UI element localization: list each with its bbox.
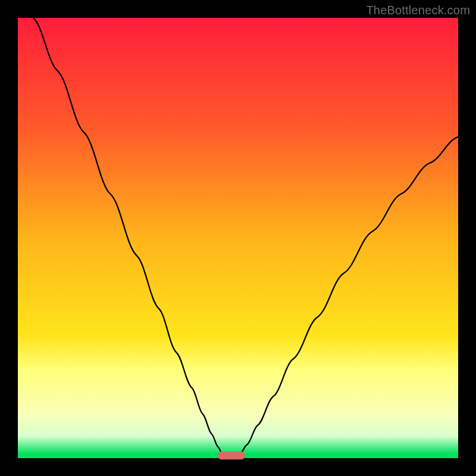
watermark-text: TheBottleneck.com bbox=[366, 4, 470, 17]
left-branch-curve bbox=[33, 18, 222, 454]
chart-frame: TheBottleneck.com bbox=[0, 0, 476, 476]
right-branch-curve bbox=[240, 137, 458, 454]
curves-svg bbox=[18, 18, 458, 458]
min-region-marker bbox=[218, 452, 245, 459]
plot-area bbox=[18, 18, 458, 458]
